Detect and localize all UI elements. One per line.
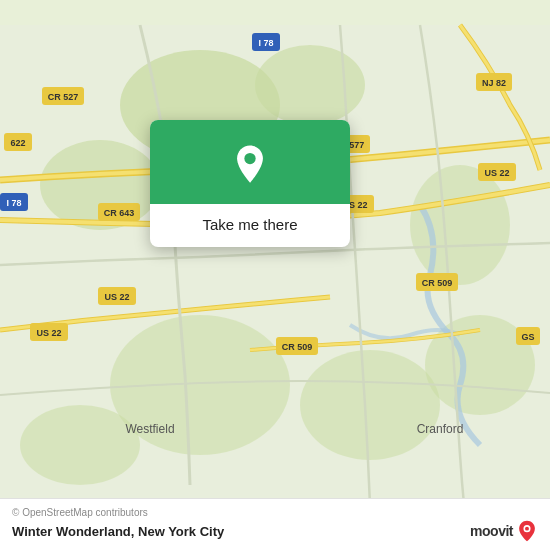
svg-point-4 — [410, 165, 510, 285]
svg-text:GS: GS — [521, 332, 534, 342]
popup-green-area — [150, 120, 350, 204]
popup-card: Take me there — [150, 120, 350, 247]
map-background: CR 527 I 78 I 78 NJ 82 CR 577 US 22 CR 6… — [0, 0, 550, 550]
svg-point-41 — [525, 527, 529, 531]
svg-text:NJ 82: NJ 82 — [482, 78, 506, 88]
svg-text:US 22: US 22 — [484, 168, 509, 178]
svg-text:US 22: US 22 — [36, 328, 61, 338]
svg-text:CR 509: CR 509 — [422, 278, 453, 288]
svg-text:CR 509: CR 509 — [282, 342, 313, 352]
svg-text:622: 622 — [10, 138, 25, 148]
svg-text:CR 527: CR 527 — [48, 92, 79, 102]
moovit-text: moovit — [470, 523, 513, 539]
svg-text:Westfield: Westfield — [125, 422, 174, 436]
map-container: CR 527 I 78 I 78 NJ 82 CR 577 US 22 CR 6… — [0, 0, 550, 550]
svg-text:CR 643: CR 643 — [104, 208, 135, 218]
moovit-logo: moovit — [470, 520, 538, 542]
location-title: Winter Wonderland, New York City — [12, 524, 224, 539]
svg-text:I 78: I 78 — [6, 198, 21, 208]
take-me-there-button[interactable]: Take me there — [150, 204, 350, 247]
moovit-pin-icon — [516, 520, 538, 542]
svg-point-6 — [300, 350, 440, 460]
svg-text:I 78: I 78 — [258, 38, 273, 48]
svg-text:US 22: US 22 — [104, 292, 129, 302]
svg-point-39 — [244, 153, 255, 164]
copyright-text: © OpenStreetMap contributors — [12, 507, 538, 518]
bottom-title-row: Winter Wonderland, New York City moovit — [12, 520, 538, 542]
svg-point-3 — [255, 45, 365, 125]
bottom-bar: © OpenStreetMap contributors Winter Wond… — [0, 498, 550, 550]
location-pin-icon — [229, 144, 271, 186]
svg-point-8 — [20, 405, 140, 485]
svg-text:Cranford: Cranford — [417, 422, 464, 436]
